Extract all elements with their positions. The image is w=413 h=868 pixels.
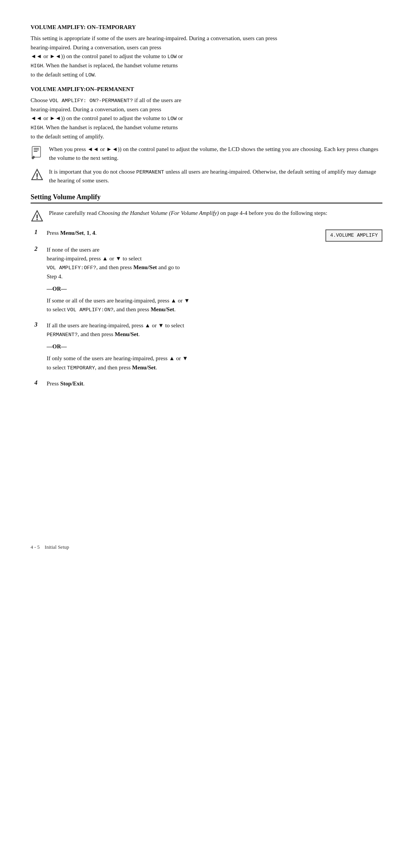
warning-content-2: Please carefully read Choosing the Hands… (49, 209, 382, 218)
warning-triangle-icon-1 (31, 168, 44, 183)
note-content-1: When you press ◄◄ or ►◄)) on the control… (49, 145, 382, 163)
steps-container: 1 Press Menu/Set, 1, 4. 4.VOLUME AMPLIFY… (34, 229, 382, 391)
or-line-3: —OR— (47, 342, 382, 351)
step-4: 4 Press Stop/Exit. (34, 379, 382, 391)
svg-rect-2 (34, 150, 39, 150)
setting-heading: Setting Volume Amplify (31, 193, 382, 203)
lcd-display: 4.VOLUME AMPLIFY (325, 229, 382, 242)
step-body-3: If all the users are hearing-impaired, p… (47, 321, 382, 375)
section-title-temp: VOLUME AMPLIFY: ON–TEMPORARY (31, 23, 382, 32)
step-2: 2 If none of the users are hearing-impai… (34, 245, 382, 317)
section-perm-para1: Choose VOL AMPLIFY: ON?-PERMANENT? if al… (31, 96, 382, 141)
warning-triangle-icon-2 (31, 210, 44, 224)
footer: 4 - 5 Initial Setup (31, 544, 382, 550)
step-num-2: 2 (34, 245, 43, 252)
svg-point-10 (36, 219, 38, 220)
svg-rect-3 (34, 151, 37, 152)
pencil-note-icon (31, 146, 44, 162)
warning-box-1: It is important that you do not choose P… (31, 167, 382, 185)
step-body-2: If none of the users are hearing-impaire… (47, 245, 382, 317)
warning-box-2: Please carefully read Choosing the Hands… (31, 209, 382, 224)
svg-point-7 (36, 177, 38, 179)
section-temp-para1: This setting is appropriate if some of t… (31, 34, 382, 79)
svg-rect-6 (37, 173, 38, 177)
footer-label: Initial Setup (45, 544, 69, 550)
vol-up2-icon: ►◄)) (50, 115, 65, 121)
vol-up-icon: ►◄)) (50, 53, 65, 59)
step-num-4: 4 (34, 379, 43, 386)
or-line-2: —OR— (47, 284, 382, 293)
svg-rect-9 (37, 215, 38, 218)
setting-section: Setting Volume Amplify (31, 193, 382, 203)
step-body-4: Press Stop/Exit. (47, 379, 382, 391)
or-text-2: or (42, 115, 50, 121)
step-num-3: 3 (34, 321, 43, 328)
section-title-perm: VOLUME AMPLIFY:ON–PERMANENT (31, 85, 382, 94)
section-vol-perm: VOLUME AMPLIFY:ON–PERMANENT Choose VOL A… (31, 85, 382, 141)
vol-down-icon: ◄◄ (31, 53, 42, 59)
svg-rect-1 (34, 148, 39, 149)
step-num-1: 1 (34, 229, 43, 236)
step-3: 3 If all the users are hearing-impaired,… (34, 321, 382, 375)
note-box-1: When you press ◄◄ or ►◄)) on the control… (31, 145, 382, 163)
step-body-1: Press Menu/Set, 1, 4. 4.VOLUME AMPLIFY (47, 229, 382, 242)
vol-down3-icon: ◄◄ (87, 146, 99, 152)
step-1: 1 Press Menu/Set, 1, 4. 4.VOLUME AMPLIFY (34, 229, 382, 242)
vol-down2-icon: ◄◄ (31, 115, 42, 121)
section-vol-temp: VOLUME AMPLIFY: ON–TEMPORARY This settin… (31, 23, 382, 80)
vol-up3-icon: ►◄)) (106, 146, 122, 152)
or-text-1: or (42, 53, 50, 59)
warning-content-1: It is important that you do not choose P… (49, 167, 382, 185)
footer-page-ref: 4 - 5 (31, 544, 40, 550)
